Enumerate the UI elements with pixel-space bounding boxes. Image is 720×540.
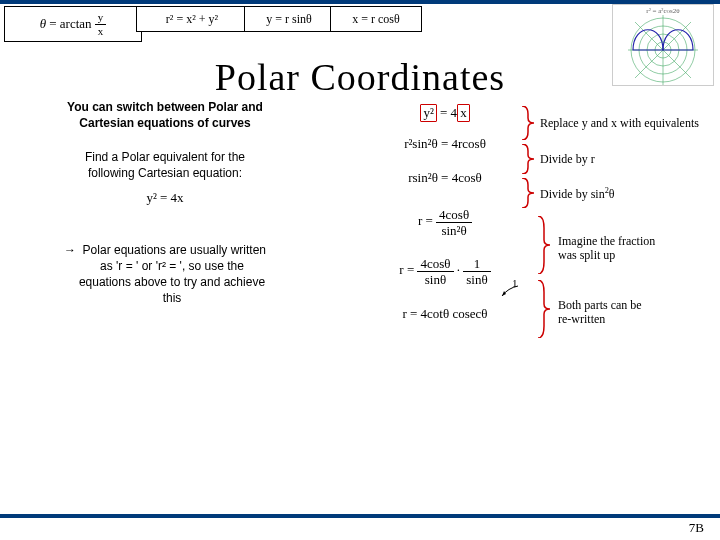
step-4: r = 4cosθsin²θ: [360, 208, 530, 237]
section-heading: You can switch between Polar and Cartesi…: [30, 100, 300, 131]
formula-x: x = r cosθ: [330, 6, 422, 32]
bullet-line-1: Polar equations are usually written: [83, 243, 266, 257]
heading-line-2: Cartesian equations of curves: [79, 116, 250, 130]
page-number: 7B: [689, 520, 704, 536]
bullet-line-2: as 'r = ' or 'r² = ', so use the: [100, 259, 244, 273]
brace-2: [520, 144, 534, 174]
bullet-line-3: equations above to try and achieve: [79, 275, 265, 289]
formula-r2: r² = x² + y²: [136, 6, 248, 32]
highlight-x: x: [457, 104, 470, 122]
left-column: You can switch between Polar and Cartesi…: [30, 100, 300, 306]
brace-5: [536, 280, 550, 338]
step-2: r²sin²θ = 4rcosθ: [360, 136, 530, 152]
step-6: r = 4cotθ cosecθ: [360, 306, 530, 322]
formula-y: y = r sinθ: [244, 6, 334, 32]
brace-3: [520, 178, 534, 208]
annotation-divide-sin2: Divide by sin2θ: [540, 186, 710, 201]
page-title: Polar Coordinates: [0, 55, 720, 99]
thumbnail-equation: r² = a²cos2θ: [613, 7, 713, 15]
arrow-icon: →: [64, 243, 76, 257]
highlight-y2: y²: [420, 104, 436, 122]
bullet-line-4: this: [163, 291, 182, 305]
one-arrow-icon: [498, 284, 526, 298]
hint-bullet: → Polar equations are usually written as…: [30, 242, 300, 307]
bottom-accent-bar: [0, 514, 720, 518]
brace-1: [520, 106, 534, 140]
brace-4: [536, 216, 550, 274]
heading-line-1: You can switch between Polar and: [67, 100, 263, 114]
annotation-replace: Replace y and x with equivalents: [540, 116, 710, 130]
given-equation: y² = 4x: [30, 190, 300, 206]
prompt-text: Find a Polar equivalent for the followin…: [30, 149, 300, 181]
formula-theta: θ = arctan yx: [4, 6, 142, 42]
step-3: rsin²θ = 4cosθ: [360, 170, 530, 186]
annotation-split-fraction: Imagine the fractionwas split up: [558, 234, 720, 263]
step-5: r = 4cosθsinθ · 1sinθ: [360, 257, 530, 286]
prompt-line-2: following Cartesian equation:: [88, 166, 242, 180]
annotation-rewrite: Both parts can bere-written: [558, 298, 720, 327]
step-1: y² = 4x: [360, 104, 530, 122]
derivation-column: y² = 4x r²sin²θ = 4rcosθ rsin²θ = 4cosθ …: [360, 104, 530, 336]
prompt-line-1: Find a Polar equivalent for the: [85, 150, 245, 164]
annotation-divide-r: Divide by r: [540, 152, 710, 166]
